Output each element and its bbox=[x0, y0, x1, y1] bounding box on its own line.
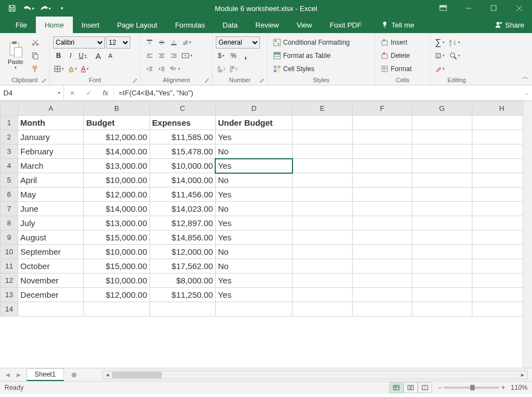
scroll-right[interactable]: ► bbox=[518, 372, 527, 378]
col-header-G[interactable]: G bbox=[412, 101, 472, 116]
insert-cells-button[interactable]: Insert bbox=[379, 36, 427, 49]
cell-F7[interactable] bbox=[352, 202, 412, 216]
cell-G7[interactable] bbox=[412, 202, 472, 216]
tab-tell-me[interactable]: Tell me bbox=[373, 17, 423, 33]
zoom-level[interactable]: 110% bbox=[510, 384, 528, 391]
cell-C13[interactable]: $11,250.00 bbox=[150, 288, 215, 302]
page-break-view-button[interactable] bbox=[418, 382, 432, 393]
align-bottom-button[interactable] bbox=[168, 36, 179, 49]
cell-D14[interactable] bbox=[215, 302, 292, 316]
cancel-formula-button[interactable]: ✕ bbox=[64, 86, 81, 100]
cell-D7[interactable]: No bbox=[215, 202, 292, 216]
find-select-button[interactable] bbox=[448, 50, 461, 62]
cell-E11[interactable] bbox=[292, 259, 352, 273]
cell-B5[interactable]: $10,000.00 bbox=[84, 173, 150, 187]
cell-G12[interactable] bbox=[412, 273, 472, 288]
cell-F13[interactable] bbox=[352, 288, 412, 302]
row-header-10[interactable]: 10 bbox=[1, 245, 18, 259]
cell-D3[interactable]: No bbox=[215, 144, 292, 159]
cell-F6[interactable] bbox=[352, 187, 412, 202]
cell-E12[interactable] bbox=[292, 273, 352, 288]
italic-button[interactable]: I bbox=[65, 50, 76, 62]
cell-C3[interactable]: $15,478.00 bbox=[150, 144, 215, 159]
cell-E9[interactable] bbox=[292, 230, 352, 245]
cell-A4[interactable]: March bbox=[18, 159, 83, 173]
cell-C2[interactable]: $11,585.00 bbox=[150, 130, 215, 144]
format-painter-button[interactable] bbox=[30, 63, 41, 75]
row-header-11[interactable]: 11 bbox=[1, 259, 18, 273]
clipboard-launcher[interactable]: ⤢ bbox=[40, 77, 47, 84]
cell-A14[interactable] bbox=[18, 302, 83, 316]
save-button[interactable] bbox=[4, 2, 20, 15]
borders-button[interactable] bbox=[53, 63, 65, 75]
cell-styles-button[interactable]: Cell Styles bbox=[271, 63, 371, 75]
cell-D5[interactable]: No bbox=[215, 173, 292, 187]
grow-font-button[interactable]: A bbox=[93, 50, 104, 62]
cell-E6[interactable] bbox=[292, 187, 352, 202]
vertical-scrollbar[interactable] bbox=[523, 101, 532, 368]
cell-B4[interactable]: $13,000.00 bbox=[84, 159, 150, 173]
col-header-A[interactable]: A bbox=[18, 101, 83, 116]
cell-D12[interactable]: Yes bbox=[215, 273, 292, 288]
number-launcher[interactable]: ⤢ bbox=[258, 77, 265, 84]
cell-A13[interactable]: December bbox=[18, 288, 83, 302]
cell-C14[interactable] bbox=[150, 302, 215, 316]
font-launcher[interactable]: ⤢ bbox=[131, 77, 138, 84]
increase-decimal-button[interactable]: .0.00 bbox=[216, 63, 227, 75]
autosum-button[interactable]: ∑ bbox=[434, 36, 446, 49]
cell-D6[interactable]: Yes bbox=[215, 187, 292, 202]
cell-B3[interactable]: $14,000.00 bbox=[84, 144, 150, 159]
row-header-8[interactable]: 8 bbox=[1, 216, 18, 230]
select-all-corner[interactable] bbox=[1, 101, 18, 116]
enter-formula-button[interactable]: ✓ bbox=[81, 86, 97, 100]
decrease-indent-button[interactable] bbox=[144, 63, 155, 75]
col-header-D[interactable]: D bbox=[215, 101, 292, 116]
format-cells-button[interactable]: Format bbox=[379, 63, 427, 75]
cell-B11[interactable]: $15,000.00 bbox=[84, 259, 150, 273]
cell-F14[interactable] bbox=[352, 302, 412, 316]
cell-E3[interactable] bbox=[292, 144, 352, 159]
zoom-in-button[interactable]: + bbox=[501, 384, 505, 391]
zoom-out-button[interactable]: − bbox=[438, 384, 441, 391]
cell-B12[interactable]: $10,000.00 bbox=[84, 273, 150, 288]
font-name-select[interactable]: Calibri bbox=[53, 36, 105, 49]
cell-C9[interactable]: $14,856.00 bbox=[150, 230, 215, 245]
tab-formulas[interactable]: Formulas bbox=[166, 17, 214, 33]
cell-G1[interactable] bbox=[412, 116, 472, 130]
collapse-ribbon-button[interactable]: ︿ bbox=[522, 72, 529, 82]
cell-F4[interactable] bbox=[352, 159, 412, 173]
cell-A1[interactable]: Month bbox=[18, 116, 83, 130]
insert-function-button[interactable]: fx bbox=[97, 86, 114, 100]
paste-button[interactable]: Paste ▾ bbox=[3, 36, 28, 74]
cell-E5[interactable] bbox=[292, 173, 352, 187]
cell-A8[interactable]: July bbox=[18, 216, 83, 230]
cell-D11[interactable]: No bbox=[215, 259, 292, 273]
row-header-14[interactable]: 14 bbox=[1, 302, 18, 316]
grid[interactable]: A B C D E F G H 1MonthBudgetExpensesUnde… bbox=[0, 101, 532, 316]
cell-B2[interactable]: $12,000.00 bbox=[84, 130, 150, 144]
cell-B7[interactable]: $14,000.00 bbox=[84, 202, 150, 216]
cell-F8[interactable] bbox=[352, 216, 412, 230]
row-header-2[interactable]: 2 bbox=[1, 130, 18, 144]
row-header-13[interactable]: 13 bbox=[1, 288, 18, 302]
align-right-button[interactable] bbox=[168, 50, 179, 62]
comma-button[interactable]: , bbox=[240, 50, 251, 62]
name-box[interactable]: D4▾ bbox=[0, 85, 64, 100]
zoom-slider[interactable] bbox=[444, 387, 499, 389]
shrink-font-button[interactable]: A bbox=[105, 50, 116, 62]
fill-button[interactable] bbox=[434, 50, 446, 62]
qat-customize[interactable]: ▾ bbox=[54, 2, 70, 15]
cell-A3[interactable]: February bbox=[18, 144, 83, 159]
cell-E14[interactable] bbox=[292, 302, 352, 316]
decrease-decimal-button[interactable]: .00.0 bbox=[228, 63, 239, 75]
cell-G3[interactable] bbox=[412, 144, 472, 159]
align-top-button[interactable] bbox=[144, 36, 155, 49]
cell-A2[interactable]: January bbox=[18, 130, 83, 144]
undo-button[interactable]: ▾ bbox=[21, 2, 36, 15]
cell-B1[interactable]: Budget bbox=[84, 116, 150, 130]
cell-E1[interactable] bbox=[292, 116, 352, 130]
ribbon-display-options[interactable] bbox=[430, 0, 456, 17]
cell-D1[interactable]: Under Budget bbox=[215, 116, 292, 130]
col-header-F[interactable]: F bbox=[352, 101, 412, 116]
tab-insert[interactable]: Insert bbox=[73, 17, 109, 33]
